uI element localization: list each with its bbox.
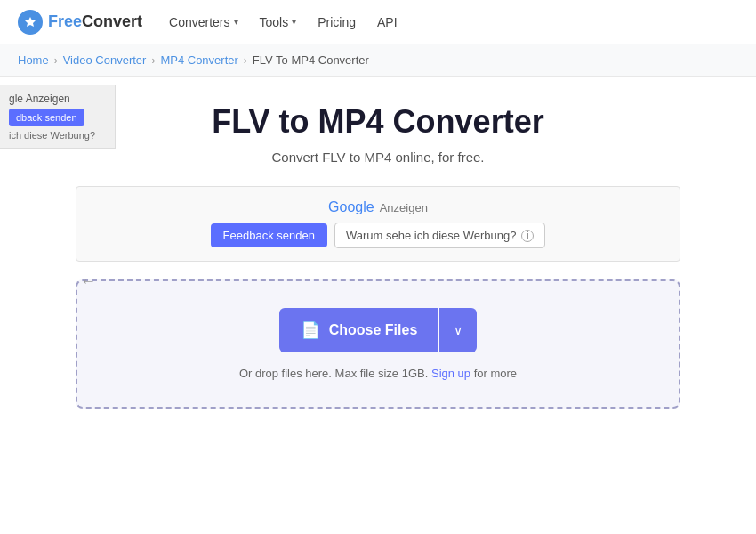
header: FreeConvert Converters ▾ Tools ▾ Pricing…	[0, 0, 756, 44]
logo[interactable]: FreeConvert	[18, 10, 142, 35]
signup-link[interactable]: Sign up	[431, 367, 470, 380]
nav-tools[interactable]: Tools ▾	[260, 15, 297, 29]
converters-chevron-icon: ▾	[234, 17, 238, 27]
nav-pricing[interactable]: Pricing	[318, 15, 356, 29]
breadcrumb-video-converter[interactable]: Video Converter	[63, 53, 147, 67]
main-content: FLV to MP4 Converter Convert FLV to MP4 …	[0, 77, 756, 426]
warum-button[interactable]: Warum sehe ich diese Werbung? i	[334, 222, 545, 248]
main-nav: Converters ▾ Tools ▾ Pricing API	[169, 15, 398, 29]
choose-files-button-group: 📄 Choose Files ∨	[279, 308, 478, 352]
breadcrumb-current: FLV To MP4 Converter	[253, 53, 369, 67]
ad-banner: Google Anzeigen Feedback senden Warum se…	[76, 186, 680, 262]
dropdown-chevron-icon: ∨	[454, 323, 462, 337]
nav-api[interactable]: API	[377, 15, 398, 29]
logo-icon	[18, 10, 43, 35]
file-drop-zone[interactable]: 📄 Choose Files ∨ Or drop files here. Max…	[76, 279, 680, 409]
breadcrumb-sep-2: ›	[151, 54, 155, 67]
ad-buttons-row: Feedback senden Warum sehe ich diese Wer…	[211, 222, 546, 248]
logo-text: FreeConvert	[48, 12, 142, 31]
choose-files-dropdown-button[interactable]: ∨	[439, 308, 477, 352]
file-upload-icon: 📄	[301, 320, 320, 340]
info-icon: i	[521, 230, 534, 242]
nav-converters[interactable]: Converters ▾	[169, 15, 237, 29]
breadcrumb-sep-1: ›	[54, 54, 58, 67]
breadcrumb: Home › Video Converter › MP4 Converter ›…	[0, 44, 756, 77]
page-title: FLV to MP4 Converter	[212, 103, 543, 141]
ad-label-row: Google Anzeigen	[328, 199, 428, 215]
drop-hint: Or drop files here. Max file size 1GB. S…	[239, 367, 517, 380]
choose-files-button[interactable]: 📄 Choose Files	[279, 308, 439, 352]
breadcrumb-mp4-converter[interactable]: MP4 Converter	[160, 53, 237, 67]
feedback-senden-button[interactable]: Feedback senden	[211, 223, 327, 247]
breadcrumb-home[interactable]: Home	[18, 53, 49, 67]
breadcrumb-sep-3: ›	[244, 54, 247, 67]
page-subtitle: Convert FLV to MP4 online, for free.	[272, 150, 485, 165]
anzeigen-label: Anzeigen	[380, 201, 428, 214]
back-arrow-icon[interactable]: ←	[80, 272, 96, 291]
google-label: Google	[328, 199, 374, 215]
tools-chevron-icon: ▾	[292, 17, 296, 27]
